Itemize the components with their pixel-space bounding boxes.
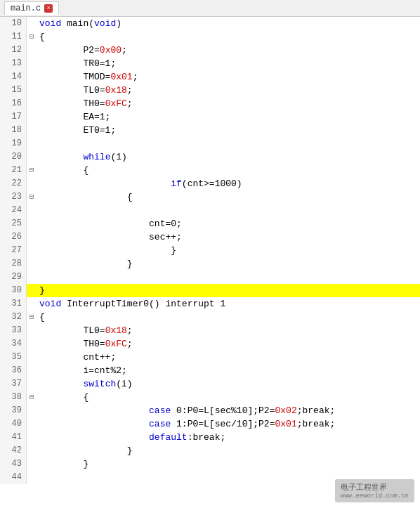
- code-line: 39 case 0:P0=L[sec%10];P2=0x02;break;: [0, 404, 420, 417]
- fold-icon: [27, 137, 37, 150]
- code-content: TMOD=0x01;: [37, 70, 420, 84]
- code-content: }: [37, 284, 420, 297]
- fold-icon[interactable]: ⊟: [27, 30, 37, 44]
- line-number: 17: [0, 110, 27, 124]
- fold-icon[interactable]: ⊟: [27, 391, 37, 404]
- fold-icon: [27, 471, 37, 484]
- line-number: 15: [0, 84, 27, 97]
- fold-icon[interactable]: ⊟: [27, 190, 37, 204]
- line-number: 36: [0, 364, 27, 377]
- code-line: 37 switch(i): [0, 377, 420, 391]
- file-tab[interactable]: main.c ×: [4, 1, 59, 15]
- code-content: case 1:P0=L[sec/10];P2=0x01;break;: [37, 417, 420, 431]
- watermark-url: www.eeworld.com.cn: [341, 493, 409, 500]
- fold-icon: [27, 57, 37, 70]
- code-line: 16 TH0=0xFC;: [0, 97, 420, 110]
- code-content: }: [37, 457, 420, 471]
- line-number: 19: [0, 137, 27, 150]
- fold-icon: [27, 44, 37, 57]
- code-content: TH0=0xFC;: [37, 337, 420, 351]
- fold-icon[interactable]: ⊟: [27, 311, 37, 324]
- fold-icon: [27, 284, 37, 297]
- code-content: }: [37, 444, 420, 457]
- fold-icon: [27, 244, 37, 257]
- code-content: TR0=1;: [37, 57, 420, 70]
- line-number: 10: [0, 17, 27, 30]
- fold-icon[interactable]: ⊟: [27, 164, 37, 177]
- code-content: ET0=1;: [37, 124, 420, 137]
- code-content: [37, 204, 420, 217]
- code-line: 35 cnt++;: [0, 351, 420, 364]
- code-content: case 0:P0=L[sec%10];P2=0x02;break;: [37, 404, 420, 417]
- code-content: TH0=0xFC;: [37, 97, 420, 110]
- code-line: 25 cnt=0;: [0, 217, 420, 230]
- watermark-text: 电子工程世界: [341, 482, 409, 493]
- fold-icon: [27, 84, 37, 97]
- line-number: 16: [0, 97, 27, 110]
- code-content: TL0=0x18;: [37, 84, 420, 97]
- line-number: 20: [0, 150, 27, 164]
- code-line: 13 TR0=1;: [0, 57, 420, 70]
- fold-icon: [27, 404, 37, 417]
- code-content: sec++;: [37, 230, 420, 244]
- code-content: [37, 271, 420, 284]
- line-number: 30: [0, 284, 27, 297]
- fold-icon: [27, 110, 37, 124]
- line-number: 32: [0, 311, 27, 324]
- code-content: switch(i): [37, 377, 420, 391]
- code-line: 34 TH0=0xFC;: [0, 337, 420, 351]
- title-bar: main.c ×: [0, 0, 420, 17]
- code-content: if(cnt>=1000): [37, 177, 420, 190]
- code-line: 23⊟ {: [0, 190, 420, 204]
- code-content: void InterruptTimer0() interrupt 1: [37, 297, 420, 311]
- code-line: 32⊟{: [0, 311, 420, 324]
- code-line: 18 ET0=1;: [0, 124, 420, 137]
- code-line: 28 }: [0, 257, 420, 271]
- line-number: 33: [0, 324, 27, 337]
- line-number: 31: [0, 297, 27, 311]
- code-line: 14 TMOD=0x01;: [0, 70, 420, 84]
- line-number: 24: [0, 204, 27, 217]
- fold-icon: [27, 351, 37, 364]
- fold-icon: [27, 364, 37, 377]
- line-number: 23: [0, 190, 27, 204]
- line-number: 34: [0, 337, 27, 351]
- tab-close-button[interactable]: ×: [44, 4, 53, 13]
- line-number: 21: [0, 164, 27, 177]
- code-line: 21⊟ {: [0, 164, 420, 177]
- code-line: 31void InterruptTimer0() interrupt 1: [0, 297, 420, 311]
- code-content: P2=0x00;: [37, 44, 420, 57]
- tab-label: main.c: [11, 4, 41, 13]
- code-line: 30}: [0, 284, 420, 297]
- fold-icon: [27, 271, 37, 284]
- code-content: cnt=0;: [37, 217, 420, 230]
- fold-icon: [27, 257, 37, 271]
- fold-icon: [27, 324, 37, 337]
- line-number: 12: [0, 44, 27, 57]
- code-content: {: [37, 190, 420, 204]
- line-number: 25: [0, 217, 27, 230]
- line-number: 39: [0, 404, 27, 417]
- fold-icon: [27, 97, 37, 110]
- code-line: 12 P2=0x00;: [0, 44, 420, 57]
- fold-icon: [27, 337, 37, 351]
- fold-icon: [27, 457, 37, 471]
- line-number: 13: [0, 57, 27, 70]
- code-content: cnt++;: [37, 351, 420, 364]
- code-line: 24: [0, 204, 420, 217]
- code-content: }: [37, 257, 420, 271]
- code-line: 40 case 1:P0=L[sec/10];P2=0x01;break;: [0, 417, 420, 431]
- fold-icon: [27, 177, 37, 190]
- line-number: 38: [0, 391, 27, 404]
- fold-icon: [27, 297, 37, 311]
- line-number: 42: [0, 444, 27, 457]
- code-line: 22 if(cnt>=1000): [0, 177, 420, 190]
- code-line: 15 TL0=0x18;: [0, 84, 420, 97]
- code-content: {: [37, 391, 420, 404]
- fold-icon: [27, 377, 37, 391]
- line-number: 40: [0, 417, 27, 431]
- fold-icon: [27, 150, 37, 164]
- code-content: TL0=0x18;: [37, 324, 420, 337]
- code-line: 17 EA=1;: [0, 110, 420, 124]
- code-line: 43 }: [0, 457, 420, 471]
